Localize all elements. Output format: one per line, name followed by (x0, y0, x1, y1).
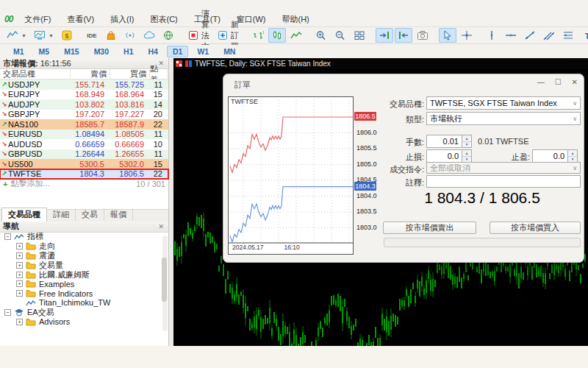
navigator-item[interactable]: +Advisors (0, 317, 168, 327)
signals-button[interactable] (121, 28, 139, 43)
symbol-select[interactable]: TWFTSE, SGX FTSE Taiwan Index∨ (426, 96, 581, 110)
dialog-close-icon[interactable]: ✕ (572, 78, 578, 86)
auto-scroll-button[interactable] (395, 28, 412, 43)
market-watch-tab[interactable]: 交易 (76, 208, 104, 221)
chart-menu-icon[interactable] (176, 60, 182, 67)
market-watch-row-gbpusd[interactable]: ↘GBPUSD1.266441.2665511 (0, 149, 168, 160)
sell-button[interactable]: 按市場價賣出 (383, 222, 476, 234)
column-spread[interactable]: 點差 (150, 69, 168, 79)
market-watch-tab[interactable]: 詳細 (47, 208, 76, 221)
market-watch-row-usdjpy[interactable]: ↗USDJPY155.714155.72511 (0, 79, 168, 90)
toolbar: ▼▼$IDE演算法交易新訂單1T▼ (0, 26, 588, 44)
timeframe-m15[interactable]: M15 (58, 46, 85, 57)
expand-icon[interactable]: + (16, 280, 23, 287)
menu-c[interactable]: 图表(C) (144, 13, 187, 25)
dialog-minimize-icon[interactable]: — (537, 78, 545, 86)
timeframe-h4[interactable]: H4 (143, 46, 164, 57)
draw-channel-button[interactable] (540, 28, 558, 43)
volume-stepper[interactable]: ▲▼ (462, 135, 472, 148)
navigator-item[interactable]: +震盪 (0, 251, 168, 261)
menu-h[interactable]: 帮助(H) (276, 13, 320, 25)
navigator-item[interactable]: −指標 (0, 233, 168, 242)
market-watch-row-nas100[interactable]: ↗NAS10018585.718587.922 (0, 119, 168, 130)
expand-icon[interactable]: + (16, 252, 23, 259)
vps-button[interactable] (140, 28, 158, 43)
zoom-out-button[interactable] (331, 28, 349, 43)
market-watch-row-audusd[interactable]: ↘AUDUSD0.666590.6666910 (0, 139, 168, 149)
crosshair-mode-button[interactable] (458, 28, 476, 43)
dialog-maximize-icon[interactable]: ☐ (555, 78, 562, 86)
line-chart-icon (290, 30, 302, 40)
comment-input[interactable] (426, 175, 581, 188)
draw-horizontal-line-button[interactable] (502, 28, 520, 43)
timeframe-m30[interactable]: M30 (88, 46, 115, 57)
collapse-icon[interactable]: − (4, 233, 11, 240)
navigator-item[interactable]: −EA交易 (0, 308, 168, 317)
draw-vertical-line-button[interactable] (483, 28, 501, 43)
screenshot-button[interactable] (414, 28, 431, 43)
community-button[interactable] (159, 28, 177, 43)
market-watch-row-us500[interactable]: ↘US5005300.55302.015 (0, 159, 168, 169)
line-chart-button[interactable] (287, 28, 305, 43)
timeframe-m5[interactable]: M5 (33, 46, 56, 57)
zoom-in-button[interactable] (312, 28, 330, 43)
navigator-item[interactable]: +走向 (0, 241, 168, 251)
chart-restore-icon[interactable] (185, 60, 192, 67)
column-bid[interactable]: 賣價 (71, 69, 110, 79)
market-watch-tab[interactable]: 交易品種 (1, 208, 47, 222)
menu-f[interactable]: 文件(F) (18, 13, 61, 25)
market-watch-column-headers: 交易品種 賣價 買價 點差 (0, 69, 168, 79)
expand-icon[interactable]: + (16, 262, 23, 269)
menu-i[interactable]: 插入(I) (104, 13, 144, 25)
timeframe-mn[interactable]: MN (218, 46, 241, 57)
market-watch-row-audjpy[interactable]: ↘AUDJPY103.802103.81614 (0, 99, 168, 110)
metaeditor-button[interactable]: IDE (83, 28, 101, 43)
market-watch-add-row[interactable]: + 點擊添加... 10 / 301 (0, 179, 168, 188)
take-profit-stepper[interactable]: ▲▼ (568, 149, 578, 163)
market-watch-row-gbpjpy[interactable]: ↘GBPJPY197.207197.22720 (0, 110, 168, 120)
collapse-icon[interactable]: − (4, 309, 11, 316)
market-watch-row-eurjpy[interactable]: ↘EURJPY168.949168.96415 (0, 90, 168, 100)
navigator-item[interactable]: Titan_Ichimoku_TW (0, 298, 168, 308)
cursor-mode-button[interactable] (439, 28, 456, 43)
bar-chart-button[interactable]: 1 (249, 28, 267, 43)
chart-type-button[interactable]: ▼ (4, 28, 29, 43)
stop-loss-stepper[interactable]: ▲▼ (462, 149, 472, 163)
market-watch-row-eurusd[interactable]: ↘EURUSD1.084941.0850511 (0, 130, 168, 140)
navigator-scrollbar[interactable] (162, 236, 168, 331)
navigator-item[interactable]: +Free Indicators (0, 289, 168, 298)
menu-v[interactable]: 查看(V) (61, 13, 104, 25)
buy-button[interactable]: 按市場價買入 (490, 222, 581, 234)
order-type-select[interactable]: 市場執行∨ (426, 112, 581, 125)
draw-fibonacci-button[interactable] (559, 28, 577, 43)
timeframe-h1[interactable]: H1 (118, 46, 139, 57)
volume-input[interactable]: 0.01 (426, 135, 462, 148)
column-ask[interactable]: 買價 (110, 69, 150, 79)
timeframe-m1[interactable]: M1 (7, 46, 30, 57)
navigator-close-icon[interactable]: ✕ (157, 223, 165, 230)
market-store-button[interactable] (102, 28, 120, 43)
market-watch-tab[interactable]: 報價 (104, 208, 133, 221)
tile-windows-button[interactable] (351, 28, 368, 43)
chart-profile-button[interactable]: ▼ (31, 28, 57, 43)
market-watch-toggle-button[interactable]: $ (58, 28, 76, 43)
draw-text-button[interactable]: T (578, 28, 588, 43)
take-profit-input[interactable]: 0.0 (532, 149, 568, 163)
timeframe-d1[interactable]: D1 (167, 46, 188, 57)
stop-loss-input[interactable]: 0.0 (426, 149, 462, 163)
bid-price: 155.714 (71, 79, 107, 90)
expand-icon[interactable]: + (16, 272, 23, 278)
navigator-item[interactable]: +比爾.威廉姆斯 (0, 270, 168, 280)
column-symbol[interactable]: 交易品種 (0, 69, 71, 79)
draw-trendline-button[interactable] (521, 28, 539, 43)
expand-icon[interactable]: + (16, 243, 23, 250)
chart-shift-button[interactable] (376, 28, 393, 43)
navigator-item[interactable]: +Examples (0, 280, 168, 289)
expand-icon[interactable]: + (16, 319, 23, 325)
tick-chart-axis-label: 1804.0 (356, 192, 377, 199)
candle-chart-button[interactable] (268, 28, 286, 43)
expand-icon[interactable]: + (16, 290, 23, 297)
spread-value: 22 (147, 119, 165, 130)
timeframe-w1[interactable]: W1 (191, 46, 215, 57)
market-watch-row-twftse[interactable]: ↗TWFTSE1804.31806.522 (0, 169, 168, 180)
